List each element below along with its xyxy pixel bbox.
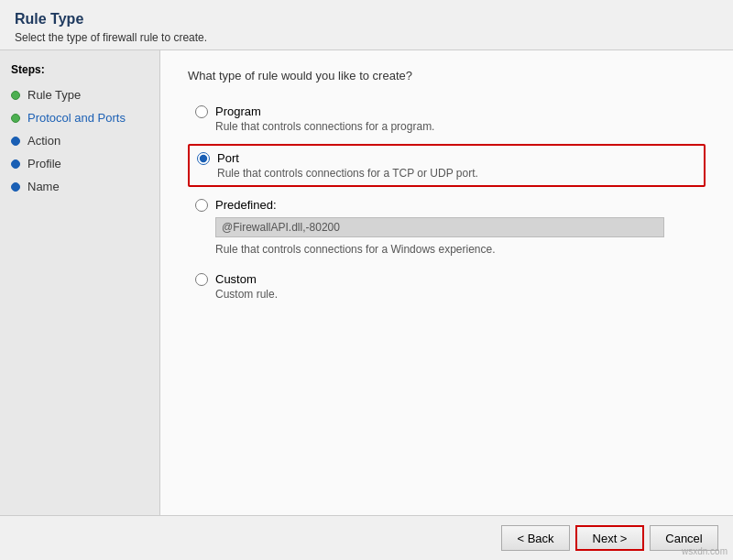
option-predefined-label[interactable]: Predefined: bbox=[215, 198, 277, 212]
step-dot-protocol-ports bbox=[11, 114, 20, 123]
sidebar-item-profile[interactable]: Profile bbox=[0, 152, 159, 175]
option-port: Port Rule that controls connections for … bbox=[188, 144, 706, 187]
watermark: wsxdn.com bbox=[682, 546, 728, 556]
dialog-subtitle: Select the type of firewall rule to crea… bbox=[15, 31, 718, 44]
option-port-label[interactable]: Port bbox=[217, 151, 239, 165]
sidebar: Steps: Rule Type Protocol and Ports Acti… bbox=[0, 50, 160, 515]
sidebar-label-protocol-ports: Protocol and Ports bbox=[27, 111, 126, 125]
back-button[interactable]: < Back bbox=[501, 525, 570, 551]
step-dot-action bbox=[11, 137, 20, 146]
option-port-desc: Rule that controls connections for a TCP… bbox=[217, 167, 696, 180]
option-predefined-row: Predefined: bbox=[195, 198, 698, 212]
sidebar-item-name[interactable]: Name bbox=[0, 175, 159, 198]
option-custom-row: Custom bbox=[195, 272, 698, 286]
step-dot-rule-type bbox=[11, 91, 20, 100]
option-predefined-desc: Rule that controls connections for a Win… bbox=[215, 243, 698, 256]
predefined-input[interactable] bbox=[215, 217, 664, 237]
sidebar-label-action: Action bbox=[27, 134, 60, 148]
radio-program[interactable] bbox=[195, 105, 208, 118]
dialog-header: Rule Type Select the type of firewall ru… bbox=[0, 0, 733, 50]
sidebar-label-profile: Profile bbox=[27, 157, 61, 170]
option-custom-desc: Custom rule. bbox=[215, 288, 698, 301]
option-program-label[interactable]: Program bbox=[215, 104, 261, 118]
radio-custom[interactable] bbox=[195, 273, 208, 286]
step-dot-name bbox=[11, 182, 20, 192]
next-button[interactable]: Next > bbox=[575, 525, 644, 551]
predefined-input-row bbox=[215, 217, 698, 237]
sidebar-item-action[interactable]: Action bbox=[0, 129, 159, 152]
sidebar-item-rule-type[interactable]: Rule Type bbox=[0, 83, 159, 106]
dialog-body: Steps: Rule Type Protocol and Ports Acti… bbox=[0, 50, 733, 515]
main-question: What type of rule would you like to crea… bbox=[188, 69, 706, 82]
option-program-desc: Rule that controls connections for a pro… bbox=[215, 120, 698, 133]
main-content: What type of rule would you like to crea… bbox=[160, 50, 733, 515]
steps-label: Steps: bbox=[0, 63, 159, 83]
option-predefined: Predefined: Rule that controls connectio… bbox=[188, 192, 706, 261]
dialog-footer: < Back Next > Cancel bbox=[0, 515, 733, 560]
dialog-window: Rule Type Select the type of firewall ru… bbox=[0, 0, 733, 560]
step-dot-profile bbox=[11, 159, 20, 169]
sidebar-label-name: Name bbox=[27, 180, 60, 193]
option-group: Program Rule that controls connections f… bbox=[188, 99, 706, 306]
option-program: Program Rule that controls connections f… bbox=[188, 99, 706, 138]
radio-port[interactable] bbox=[197, 152, 210, 165]
radio-predefined[interactable] bbox=[195, 199, 208, 212]
sidebar-item-protocol-ports[interactable]: Protocol and Ports bbox=[0, 106, 159, 129]
sidebar-label-rule-type: Rule Type bbox=[27, 88, 81, 102]
dialog-title: Rule Type bbox=[15, 11, 718, 27]
option-port-row: Port bbox=[197, 151, 696, 165]
option-program-row: Program bbox=[195, 104, 698, 118]
option-custom-label[interactable]: Custom bbox=[215, 272, 257, 286]
option-custom: Custom Custom rule. bbox=[188, 267, 706, 306]
